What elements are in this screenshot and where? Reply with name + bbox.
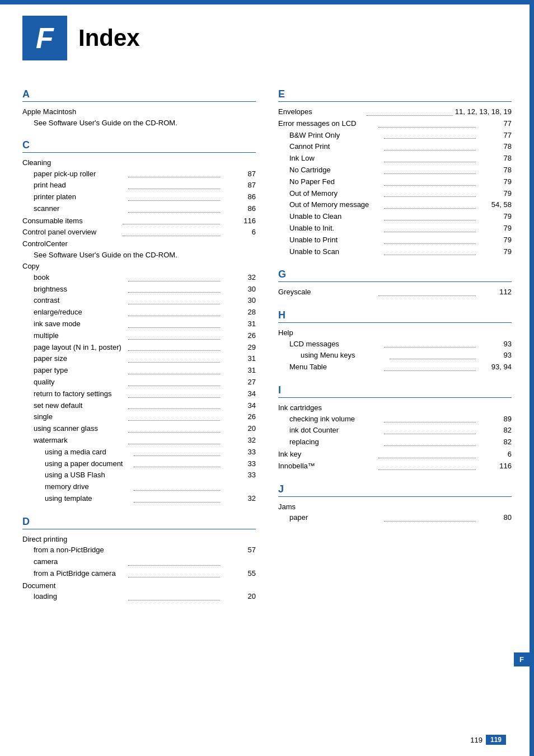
error-messages-main: Error messages on LCD 77 xyxy=(278,118,512,130)
help-menu-keys: using Menu keys 93 xyxy=(278,350,512,361)
copy-papersize: paper size 31 xyxy=(22,353,256,365)
copy-paperdoc: using a paper document 33 xyxy=(22,458,256,470)
cleaning-scanner: scanner 86 xyxy=(22,203,256,215)
copy-watermark: watermark 32 xyxy=(22,435,256,447)
page-number: 119 xyxy=(470,736,483,744)
right-bar xyxy=(530,0,534,756)
copy-brightness: brightness 30 xyxy=(22,284,256,295)
cleaning-printhead: print head 87 xyxy=(22,180,256,191)
error-ink-low: Ink Low 78 xyxy=(278,153,512,165)
error-unable-scan: Unable to Scan 79 xyxy=(278,246,512,258)
cleaning-platen: printer platen 86 xyxy=(22,191,256,203)
sidebar-f-badge: F xyxy=(514,652,530,666)
entry-ink-key: Ink key 6 xyxy=(278,449,512,461)
section-j-title: J xyxy=(278,483,512,496)
copy-factory: return to factory settings 34 xyxy=(22,388,256,400)
entry-jams: Jams paper 80 xyxy=(278,501,512,524)
entry-control-panel: Control panel overview 6 xyxy=(22,227,256,238)
copy-multiple: multiple 26 xyxy=(22,330,256,342)
copy-scannerglass: using scanner glass 20 xyxy=(22,423,256,435)
section-d-header: D xyxy=(22,516,256,529)
entry-controlcenter: ControlCenter See Software User's Guide … xyxy=(22,238,256,260)
entry-ink-cartridges: Ink cartridges checking ink volume 89 in… xyxy=(278,402,512,448)
error-cannot-print: Cannot Print 78 xyxy=(278,141,512,153)
cleaning-paper: paper pick-up roller 87 xyxy=(22,168,256,180)
page-title: Index xyxy=(78,25,140,51)
section-c-title: C xyxy=(22,139,256,152)
error-bw: B&W Print Only 77 xyxy=(278,130,512,142)
entry-apple-macintosh: Apple Macintosh See Software User's Guid… xyxy=(22,106,256,128)
section-d-title: D xyxy=(22,516,256,529)
copy-mediacard: using a media card 33 xyxy=(22,447,256,458)
copy-single: single 26 xyxy=(22,411,256,423)
direct-pict: from a PictBridge camera 55 xyxy=(22,568,256,580)
copy-pagelayout: page layout (N in 1, poster) 29 xyxy=(22,342,256,354)
error-unable-print: Unable to Print 79 xyxy=(278,234,512,246)
cleaning-label: Cleaning xyxy=(22,157,256,168)
error-no-paper: No Paper Fed 79 xyxy=(278,176,512,188)
entry-direct-printing: Direct printing from a non-PictBridge ca… xyxy=(22,534,256,580)
help-label: Help xyxy=(278,327,512,339)
copy-inksave: ink save mode 31 xyxy=(22,318,256,330)
copy-template: using template 32 xyxy=(22,493,256,505)
jams-paper: paper 80 xyxy=(278,512,512,524)
page-number-area: 119 119 xyxy=(470,735,506,745)
entry-envelopes: Envelopes 11, 12, 13, 18, 19 xyxy=(278,106,512,118)
section-h-header: H xyxy=(278,309,512,323)
jams-label: Jams xyxy=(278,501,512,513)
copy-book: book 32 xyxy=(22,272,256,284)
copy-papertype: paper type 31 xyxy=(22,365,256,377)
entry-help: Help LCD messages 93 using Menu keys 93 … xyxy=(278,327,512,373)
ink-dot-counter: ink dot Counter 82 xyxy=(278,425,512,436)
entry-cleaning: Cleaning paper pick-up roller 87 print h… xyxy=(22,157,256,215)
help-menu-table: Menu Table 93, 94 xyxy=(278,361,512,373)
direct-nonpict: from a non-PictBridge camera 57 xyxy=(22,544,256,568)
error-out-memory-msg: Out of Memory message 54, 58 xyxy=(278,199,512,211)
ink-check-volume: checking ink volume 89 xyxy=(278,414,512,425)
section-g-title: G xyxy=(278,269,512,281)
header: F Index xyxy=(0,4,534,72)
section-h-title: H xyxy=(278,309,512,322)
error-unable-clean: Unable to Clean 79 xyxy=(278,211,512,223)
copy-label: Copy xyxy=(22,261,256,272)
section-i-title: I xyxy=(278,384,512,397)
top-bar xyxy=(0,0,534,4)
ink-replacing: replacing 82 xyxy=(278,436,512,448)
section-i-header: I xyxy=(278,384,512,398)
direct-printing-label: Direct printing xyxy=(22,534,256,545)
doc-loading: loading 20 xyxy=(22,591,256,603)
page-box: 119 xyxy=(486,735,506,745)
error-no-cartridge: No Cartridge 78 xyxy=(278,165,512,176)
section-e-title: E xyxy=(278,88,512,101)
section-c-header: C xyxy=(22,139,256,153)
controlcenter-sub: See Software User's Guide on the CD-ROM. xyxy=(22,250,256,261)
section-j-header: J xyxy=(278,483,512,497)
copy-newdefault: set new default 34 xyxy=(22,400,256,412)
header-letter: F xyxy=(36,21,54,55)
section-a-title: A xyxy=(22,88,256,101)
entry-error-messages: Error messages on LCD 77 B&W Print Only … xyxy=(278,118,512,258)
entry-sub: See Software User's Guide on the CD-ROM. xyxy=(22,118,256,129)
error-out-memory: Out of Memory 79 xyxy=(278,188,512,200)
main-content: A Apple Macintosh See Software User's Gu… xyxy=(0,77,534,603)
copy-contrast: contrast 30 xyxy=(22,295,256,307)
column-right: E Envelopes 11, 12, 13, 18, 19 Error mes… xyxy=(278,77,512,603)
error-unable-init: Unable to Init. 79 xyxy=(278,223,512,234)
entry-copy: Copy book 32 brightness 30 contrast 30 e… xyxy=(22,261,256,504)
entry-document: Document loading 20 xyxy=(22,580,256,603)
section-g-header: G xyxy=(278,269,512,282)
controlcenter-label: ControlCenter xyxy=(22,238,256,250)
entry-innobella: Innobella™ 116 xyxy=(278,461,512,472)
copy-usb: using a USB Flash memory drive 33 xyxy=(22,469,256,493)
copy-enlarge: enlarge/reduce 28 xyxy=(22,307,256,318)
entry-greyscale: Greyscale 112 xyxy=(278,287,512,298)
document-label: Document xyxy=(22,580,256,591)
help-lcd: LCD messages 93 xyxy=(278,339,512,350)
letter-box: F xyxy=(22,16,67,60)
section-e-header: E xyxy=(278,88,512,102)
section-a-header: A xyxy=(22,88,256,102)
column-left: A Apple Macintosh See Software User's Gu… xyxy=(22,77,256,603)
entry-consumable: Consumable items 116 xyxy=(22,215,256,227)
copy-quality: quality 27 xyxy=(22,377,256,388)
ink-cartridges-label: Ink cartridges xyxy=(278,402,512,414)
